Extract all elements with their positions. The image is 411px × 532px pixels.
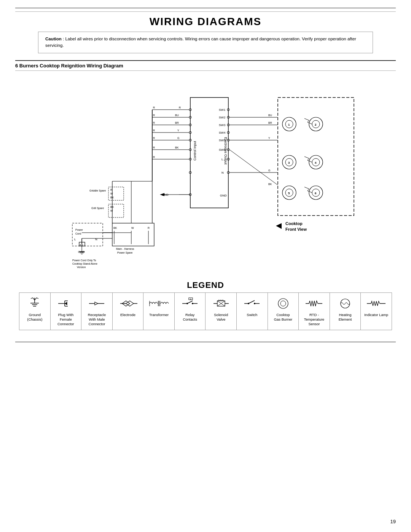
svg-line-173	[249, 300, 255, 304]
heating-element-symbol	[334, 297, 357, 310]
svg-point-177	[280, 301, 286, 306]
svg-text:Front View: Front View	[285, 227, 307, 232]
svg-text:Y: Y	[268, 137, 270, 139]
svg-text:R: R	[153, 156, 155, 158]
legend-label-electrode: Electrode	[120, 313, 135, 317]
svg-text:4: 4	[315, 161, 317, 165]
svg-text:5: 5	[288, 192, 290, 195]
svg-text:Grill Spare: Grill Spare	[91, 207, 104, 210]
svg-text:BK: BK	[268, 183, 272, 185]
cooktop-gas-burner-symbol	[272, 297, 295, 310]
svg-line-84	[307, 189, 309, 191]
legend-item-receptacle-male: ReceptacleWith MaleConnector	[81, 293, 113, 330]
second-rule	[15, 11, 396, 12]
legend-item-ground: Ground(Chassis)	[19, 293, 51, 330]
svg-text:3: 3	[288, 161, 290, 165]
svg-text:R: R	[153, 137, 155, 139]
svg-text:R: R	[153, 114, 155, 117]
svg-text:Power Cord Only To: Power Cord Only To	[72, 259, 96, 262]
legend-item-transformer: Transformer	[143, 293, 175, 330]
svg-text:Version: Version	[77, 266, 86, 268]
top-rule	[15, 8, 396, 8]
legend-label-heating-element: HeatingElement	[339, 313, 352, 322]
svg-line-62	[229, 150, 278, 185]
legend-item-heating-element: HeatingElement	[330, 293, 361, 330]
legend-title: LEGEND	[15, 280, 396, 290]
svg-text:SW5: SW5	[219, 139, 226, 142]
svg-text:R: R	[148, 227, 150, 229]
caution-box: Caution : Label all wires prior to disco…	[38, 32, 373, 53]
indicator-lamp-symbol	[365, 297, 388, 310]
legend-label-receptacle-male: ReceptacleWith MaleConnector	[88, 313, 106, 327]
svg-text:2: 2	[315, 123, 317, 126]
svg-text:6: 6	[315, 192, 317, 195]
legend-item-relay-contacts: RelayContacts	[175, 293, 206, 330]
svg-text:L: L	[221, 158, 223, 161]
svg-text:Power: Power	[75, 228, 83, 231]
svg-text:N: N	[95, 238, 97, 241]
svg-text:Y: Y	[177, 129, 179, 132]
svg-text:Cooktop Stand Alone: Cooktop Stand Alone	[72, 262, 97, 265]
section-header: 6 Burners Cooktop Reignition Wiring Diag…	[15, 60, 396, 71]
legend-box: Ground(Chassis) Plug WithFemaleConnector	[19, 292, 392, 330]
svg-line-161	[187, 301, 193, 304]
ground-symbol	[23, 297, 46, 310]
svg-line-77	[304, 157, 309, 158]
svg-text:BK: BK	[175, 146, 179, 149]
caution-label: Caution	[45, 37, 62, 41]
legend-label-transformer: Transformer	[149, 313, 169, 317]
plug-female-symbol	[54, 297, 77, 310]
legend-label-cooktop-gas-burner: CooktopGas Burner	[274, 313, 293, 322]
svg-text:BR: BR	[175, 121, 179, 124]
legend-label-rtd: RTD -TemperatureSensor	[304, 313, 324, 327]
legend-item-indicator-lamp: Indicator Lamp	[361, 293, 392, 330]
svg-marker-150	[95, 302, 98, 305]
svg-rect-64	[278, 97, 354, 216]
svg-text:R: R	[153, 129, 155, 132]
svg-text:W: W	[110, 209, 113, 212]
svg-text:R: R	[153, 106, 155, 109]
svg-text:N: N	[221, 171, 224, 174]
page-title: WIRING DIAGRAMS	[15, 16, 396, 28]
svg-text:R: R	[110, 189, 112, 191]
legend-label-relay-contacts: RelayContacts	[183, 313, 197, 322]
svg-text:Main - Harness: Main - Harness	[116, 248, 134, 250]
svg-text:R: R	[153, 121, 155, 124]
legend-label-ground: Ground(Chassis)	[27, 313, 42, 322]
svg-line-79	[307, 160, 312, 162]
svg-text:SW4: SW4	[219, 131, 226, 134]
svg-text:G: G	[177, 137, 179, 139]
svg-text:R: R	[179, 106, 181, 109]
legend-label-plug-female: Plug WithFemaleConnector	[57, 313, 74, 327]
bottom-rule	[15, 342, 396, 342]
svg-marker-67	[276, 223, 282, 229]
rtd-symbol	[303, 297, 325, 310]
svg-text:Power Spare: Power Spare	[117, 251, 133, 254]
receptacle-male-symbol	[85, 297, 108, 310]
legend-item-rtd: RTD -TemperatureSensor	[299, 293, 330, 330]
svg-text:BR: BR	[268, 121, 272, 124]
relay-contacts-symbol	[178, 297, 201, 310]
svg-text:SW6: SW6	[219, 148, 226, 152]
svg-line-71	[304, 118, 309, 120]
svg-point-176	[278, 299, 288, 308]
legend-item-solenoid-valve: SolenoidValve	[206, 293, 237, 330]
svg-line-83	[304, 187, 309, 189]
svg-text:SW1: SW1	[219, 108, 226, 112]
legend-label-switch: Switch	[247, 313, 257, 317]
svg-text:BU: BU	[268, 114, 272, 117]
diagram-area: Control Input Electrodes Output SW1 SW2 …	[15, 75, 396, 273]
page-container: WIRING DIAGRAMS Caution : Label all wire…	[0, 0, 411, 532]
legend-item-switch: Switch	[237, 293, 268, 330]
svg-line-72	[307, 120, 309, 122]
page-number: 19	[390, 519, 396, 524]
svg-text:Griddle Spare: Griddle Spare	[89, 189, 106, 192]
switch-symbol	[241, 297, 263, 310]
legend-label-solenoid-valve: SolenoidValve	[214, 313, 228, 322]
electrode-symbol	[116, 297, 139, 310]
svg-line-73	[307, 122, 312, 124]
wiring-diagram-svg: Control Input Electrodes Output SW1 SW2 …	[49, 75, 362, 273]
svg-text:BK: BK	[113, 227, 117, 229]
legend-label-indicator-lamp: Indicator Lamp	[364, 313, 388, 317]
svg-line-78	[307, 158, 309, 160]
